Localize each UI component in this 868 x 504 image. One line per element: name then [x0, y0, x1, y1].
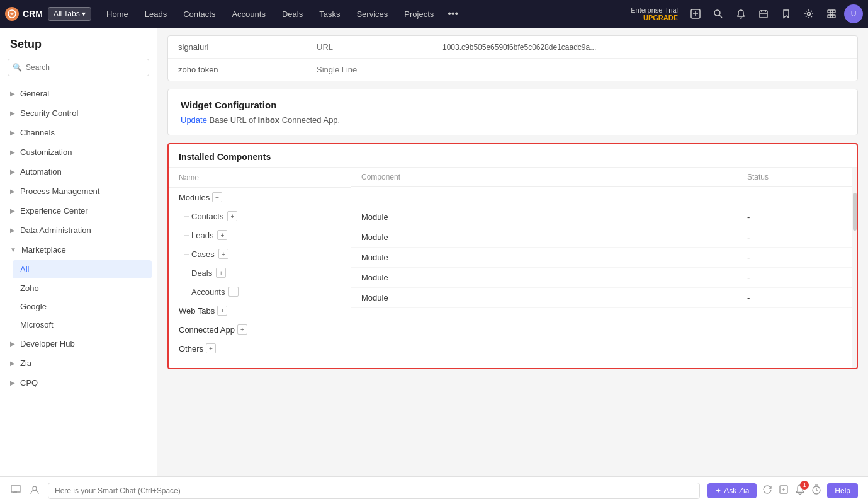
widget-title: Widget Configuration: [181, 100, 845, 110]
deals-label: Deals: [191, 268, 212, 278]
tree-deals[interactable]: Deals +: [169, 263, 351, 282]
chevron-right-icon: ▶: [10, 90, 15, 97]
all-tabs-button[interactable]: All Tabs ▾: [48, 7, 91, 21]
sidebar-sub-item-microsoft[interactable]: Microsoft: [0, 316, 157, 334]
nav-projects[interactable]: Projects: [397, 6, 441, 23]
accounts-label: Accounts: [191, 287, 225, 297]
deals-expand-icon[interactable]: +: [216, 268, 226, 278]
help-button[interactable]: Help: [827, 483, 858, 498]
refresh-icon[interactable]: [762, 484, 773, 498]
sidebar-item-zia[interactable]: ▶ Zia: [0, 353, 157, 373]
svg-point-18: [33, 486, 37, 490]
tree-leads[interactable]: Leads +: [169, 226, 351, 244]
sidebar-label-zia: Zia: [20, 358, 31, 368]
data-headers: Component Status: [351, 168, 852, 187]
notification-badge[interactable]: 1: [794, 484, 806, 498]
tree-cases[interactable]: Cases +: [169, 244, 351, 263]
svg-line-5: [719, 15, 722, 18]
connected-app-group[interactable]: Connected App +: [169, 320, 351, 339]
nav-leads[interactable]: Leads: [137, 6, 174, 23]
bookmark-icon[interactable]: [776, 4, 796, 24]
contacts-status: -: [747, 212, 842, 222]
fields-table: signalurl URL 1003.c9b505e6590f6bfe5c062…: [168, 36, 857, 81]
chat-icon[interactable]: [10, 484, 21, 498]
cases-expand-icon[interactable]: +: [218, 249, 228, 259]
settings-icon[interactable]: [799, 4, 819, 24]
web-tabs-group[interactable]: Web Tabs +: [169, 301, 351, 320]
sidebar-label-process-management: Process Management: [20, 186, 99, 196]
zoom-icon[interactable]: [778, 484, 789, 498]
nav-tasks[interactable]: Tasks: [312, 6, 347, 23]
tree-contacts[interactable]: Contacts +: [169, 207, 351, 226]
sidebar-sub-label-microsoft: Microsoft: [20, 320, 54, 329]
contacts-icon[interactable]: [29, 484, 40, 498]
user-avatar[interactable]: U: [844, 4, 863, 23]
sidebar-item-automation[interactable]: ▶ Automation: [0, 162, 157, 181]
connected-app-expand-icon[interactable]: +: [237, 324, 247, 335]
trial-badge: Enterprise-Trial UPGRADE: [631, 6, 678, 21]
sidebar-label-data-admin: Data Administration: [20, 226, 91, 235]
search-input[interactable]: [8, 59, 149, 76]
notification-count: 1: [800, 481, 809, 490]
sidebar-item-customization[interactable]: ▶ Customization: [0, 142, 157, 162]
sidebar-item-marketplace[interactable]: ▼ Marketplace: [0, 240, 157, 260]
table-row: zoho token Single Line: [168, 59, 857, 81]
sidebar-item-data-admin[interactable]: ▶ Data Administration: [0, 220, 157, 240]
sidebar-item-cpq[interactable]: ▶ CPQ: [0, 373, 157, 392]
modules-label: Modules: [179, 193, 210, 202]
sidebar-item-developer-hub[interactable]: ▶ Developer Hub: [0, 334, 157, 353]
search-icon[interactable]: [708, 4, 728, 24]
chevron-right-icon: ▶: [10, 360, 15, 367]
chevron-right-icon: ▶: [10, 340, 15, 347]
sidebar-label-marketplace: Marketplace: [21, 245, 66, 255]
contacts-expand-icon[interactable]: +: [227, 211, 237, 221]
sidebar-item-process-management[interactable]: ▶ Process Management: [0, 181, 157, 201]
sidebar-item-security[interactable]: ▶ Security Control: [0, 103, 157, 123]
sidebar-item-channels[interactable]: ▶ Channels: [0, 123, 157, 142]
sidebar-sub-item-zoho[interactable]: Zoho: [0, 279, 157, 297]
grid-icon[interactable]: [821, 4, 842, 24]
nav-more-icon[interactable]: •••: [442, 6, 463, 22]
deals-status: -: [747, 273, 842, 282]
accounts-expand-icon[interactable]: +: [228, 287, 239, 297]
data-row-accounts: Module -: [351, 288, 852, 308]
connected-app-label: Connected App: [179, 325, 235, 335]
create-icon[interactable]: [685, 4, 706, 24]
smart-chat-input[interactable]: [48, 483, 700, 499]
installed-components-header: Installed Components: [169, 144, 857, 168]
sidebar-sub-item-google[interactable]: Google: [0, 297, 157, 316]
timer-icon[interactable]: [811, 484, 822, 498]
upgrade-link[interactable]: UPGRADE: [631, 14, 678, 21]
others-expand-icon[interactable]: +: [206, 343, 216, 353]
main-layout: Setup 🔍 ▶ General ▶ Security Control ▶ C…: [0, 28, 868, 476]
sidebar-sub-label-zoho: Zoho: [20, 284, 39, 293]
nav-home[interactable]: Home: [99, 6, 136, 23]
nav-deals[interactable]: Deals: [274, 6, 310, 23]
contacts-component: Module: [361, 212, 747, 222]
cases-status: -: [747, 253, 842, 262]
leads-status: -: [747, 232, 842, 242]
widget-update-link[interactable]: Update: [181, 115, 207, 125]
modules-collapse-icon[interactable]: −: [212, 192, 222, 202]
calendar-icon[interactable]: [753, 4, 774, 24]
crm-label: CRM: [23, 9, 43, 19]
sidebar-sub-item-all[interactable]: All: [13, 260, 152, 278]
name-col-header: Name: [169, 168, 351, 188]
others-label: Others: [179, 344, 203, 353]
col-name: Name: [179, 173, 199, 182]
web-tabs-expand-icon[interactable]: +: [217, 306, 227, 316]
sidebar-item-experience-center[interactable]: ▶ Experience Center: [0, 201, 157, 220]
sidebar-item-general[interactable]: ▶ General: [0, 84, 157, 103]
tree-accounts[interactable]: Accounts +: [169, 282, 351, 301]
nav-contacts[interactable]: Contacts: [176, 6, 223, 23]
others-group[interactable]: Others +: [169, 339, 351, 358]
bell-icon[interactable]: [731, 4, 751, 24]
leads-component: Module: [361, 232, 747, 242]
leads-expand-icon[interactable]: +: [217, 230, 227, 240]
ask-zia-button[interactable]: ✦ Ask Zia: [707, 483, 757, 498]
nav-services[interactable]: Services: [349, 6, 395, 23]
sidebar-label-developer-hub: Developer Hub: [20, 339, 75, 348]
scrollbar-thumb[interactable]: [853, 193, 857, 231]
nav-accounts[interactable]: Accounts: [224, 6, 273, 23]
modules-group[interactable]: Modules −: [169, 188, 351, 207]
